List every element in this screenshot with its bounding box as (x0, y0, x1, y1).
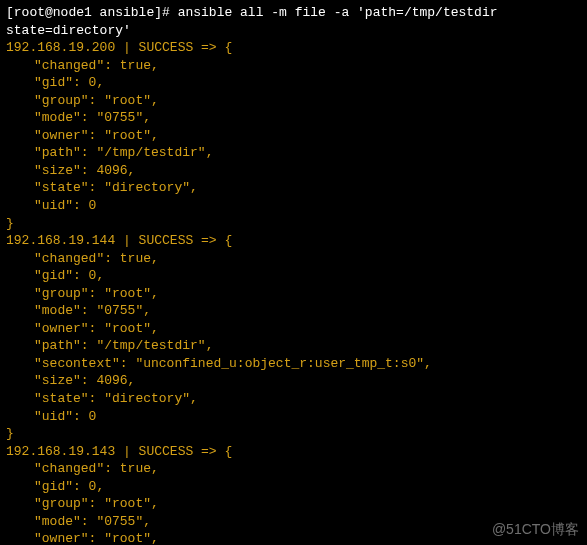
json-field-line: "changed": true, (6, 460, 581, 478)
json-field-line: "group": "root", (6, 495, 581, 513)
json-field-line: "owner": "root", (6, 320, 581, 338)
terminal-output: [root@node1 ansible]# ansible all -m fil… (6, 4, 581, 545)
json-field-line: "secontext": "unconfined_u:object_r:user… (6, 355, 581, 373)
json-field-line: "mode": "0755", (6, 109, 581, 127)
json-field-line: "size": 4096, (6, 162, 581, 180)
json-field-line: "uid": 0 (6, 197, 581, 215)
json-field-line: "mode": "0755", (6, 513, 581, 531)
host-result-header: 192.168.19.144 | SUCCESS => { (6, 232, 581, 250)
json-field-line: "path": "/tmp/testdir", (6, 337, 581, 355)
json-field-line: "group": "root", (6, 285, 581, 303)
json-field-line: "gid": 0, (6, 267, 581, 285)
json-field-line: "path": "/tmp/testdir", (6, 144, 581, 162)
shell-prompt-prefix: [root@node1 ansible]# (6, 5, 178, 20)
json-field-line: "group": "root", (6, 92, 581, 110)
host-result-header: 192.168.19.200 | SUCCESS => { (6, 39, 581, 57)
json-field-line: "mode": "0755", (6, 302, 581, 320)
json-field-line: "changed": true, (6, 57, 581, 75)
host-result-header: 192.168.19.143 | SUCCESS => { (6, 443, 581, 461)
json-close-brace: } (6, 425, 581, 443)
shell-prompt-line: [root@node1 ansible]# ansible all -m fil… (6, 4, 581, 39)
json-close-brace: } (6, 215, 581, 233)
json-field-line: "state": "directory", (6, 390, 581, 408)
json-field-line: "gid": 0, (6, 478, 581, 496)
json-field-line: "gid": 0, (6, 74, 581, 92)
json-field-line: "state": "directory", (6, 179, 581, 197)
json-field-line: "size": 4096, (6, 372, 581, 390)
json-field-line: "owner": "root", (6, 530, 581, 545)
json-field-line: "uid": 0 (6, 408, 581, 426)
json-field-line: "owner": "root", (6, 127, 581, 145)
json-field-line: "changed": true, (6, 250, 581, 268)
